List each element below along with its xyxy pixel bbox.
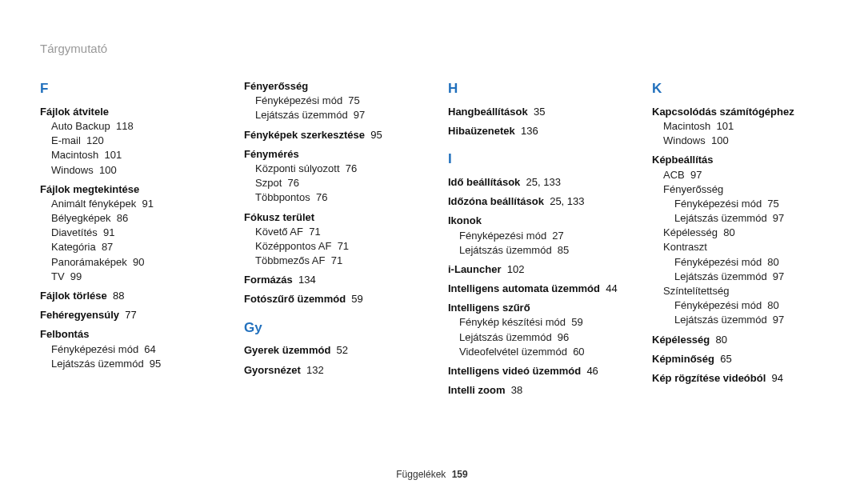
entry-head: Intelligens automata üzemmód 44 (448, 282, 620, 296)
entry-head: Fehéregyensúly 77 (40, 308, 212, 322)
entry-subgroup: Kontraszt Fényképezési mód 80 Lejátszás … (652, 240, 824, 284)
entry-sub: Diavetítés 91 (40, 226, 212, 240)
entry-subsub: Fényképezési mód 80 (663, 298, 824, 313)
entry-sub: Macintosh 101 (652, 119, 824, 134)
section-letter-I: I (448, 150, 620, 169)
entry-sub: Követő AF 71 (244, 225, 416, 239)
entry-head: Fájlok átvitele (40, 105, 212, 119)
entry-subgroup: Színtelítettség Fényképezési mód 80 Lejá… (652, 284, 824, 328)
entry-head: Fájlok törlése 88 (40, 289, 212, 303)
entry-head: Fókusz terület (244, 210, 416, 225)
entry-subgroup: Fényerősség Fényképezési mód 75 Lejátszá… (652, 182, 824, 226)
entry-subsub: Lejátszás üzemmód 97 (663, 313, 824, 327)
entry-sub: Fényképezési mód 75 (244, 94, 416, 108)
entry-head: Hangbeállítások 35 (448, 105, 620, 119)
entry-sub: Kategória 87 (40, 240, 212, 254)
entry-head: Gyerek üzemmód 52 (244, 343, 416, 358)
entry-sub: Lejátszás üzemmód 96 (448, 330, 620, 345)
column-1: F Fájlok átvitele Auto Backup 118 E-mail… (40, 79, 212, 398)
entry-head: Időzóna beállítások 25, 133 (448, 194, 620, 209)
entry-head: Gyorsnézet 132 (244, 363, 416, 378)
entry-head: Idő beállítások 25, 133 (448, 175, 620, 190)
footer-label: Függelékek (396, 469, 446, 480)
column-2: Fényerősség Fényképezési mód 75 Lejátszá… (244, 79, 416, 398)
entry-head: Képélesség 80 (652, 333, 824, 347)
entry-sub: Videofelvétel üzemmód 60 (448, 345, 620, 359)
entry-sub: Többmezős AF 71 (244, 254, 416, 268)
entry-head: Fényerősség (244, 79, 416, 94)
entry-sub: Központi súlyozott 76 (244, 162, 416, 176)
entry-sub: ACB 97 (652, 168, 824, 182)
entry-sub: Panorámaképek 90 (40, 255, 212, 270)
section-letter-Gy: Gy (244, 318, 416, 338)
entry-subsub: Fényképezési mód 75 (663, 197, 824, 211)
entry-subsub: Lejátszás üzemmód 97 (663, 211, 824, 226)
entry-head: Fénymérés (244, 147, 416, 162)
entry-head: Intelligens videó üzemmód 46 (448, 364, 620, 378)
entry-sub: Auto Backup 118 (40, 119, 212, 134)
entry-sub: Windows 100 (40, 163, 212, 178)
page-title: Tárgymutató (40, 40, 824, 57)
entry-head: Fényképek szerkesztése 95 (244, 128, 416, 142)
entry-head: Kapcsolódás számítógéphez (652, 105, 824, 119)
entry-head: i-Launcher 102 (448, 262, 620, 277)
page-footer: Függelékek 159 (0, 468, 864, 482)
entry-subhead: Fényerősség (663, 182, 824, 197)
entry-sub: Képélesség 80 (652, 226, 824, 240)
column-3: H Hangbeállítások 35 Hibaüzenetek 136 I … (448, 79, 620, 398)
entry-sub: Lejátszás üzemmód 95 (40, 357, 212, 371)
entry-head: Hibaüzenetek 136 (448, 124, 620, 138)
section-letter-K: K (652, 79, 824, 98)
entry-sub: Fénykép készítési mód 59 (448, 315, 620, 330)
column-4: K Kapcsolódás számítógéphez Macintosh 10… (652, 79, 824, 398)
entry-sub: Többpontos 76 (244, 190, 416, 205)
entry-sub: Középpontos AF 71 (244, 239, 416, 254)
entry-head: Kép rögzítése videóból 94 (652, 371, 824, 386)
entry-head: Fotószűrő üzemmód 59 (244, 292, 416, 306)
entry-sub: Windows 100 (652, 134, 824, 148)
section-letter-H: H (448, 79, 620, 98)
entry-sub: Szpot 76 (244, 176, 416, 190)
entry-head: Intelli zoom 38 (448, 383, 620, 398)
entry-subhead: Színtelítettség (663, 284, 824, 298)
section-letter-F: F (40, 79, 212, 98)
entry-sub: TV 99 (40, 270, 212, 284)
entry-subhead: Kontraszt (663, 240, 824, 254)
entry-head: Formázás 134 (244, 273, 416, 287)
entry-head: Felbontás (40, 327, 212, 342)
entry-sub: Lejátszás üzemmód 97 (244, 108, 416, 122)
index-columns: F Fájlok átvitele Auto Backup 118 E-mail… (40, 79, 824, 398)
entry-sub: E-mail 120 (40, 134, 212, 148)
index-page: Tárgymutató F Fájlok átvitele Auto Backu… (0, 0, 864, 504)
entry-head: Fájlok megtekintése (40, 182, 212, 197)
entry-head: Intelligens szűrő (448, 301, 620, 315)
entry-head: Képminőség 65 (652, 352, 824, 366)
entry-sub: Animált fényképek 91 (40, 197, 212, 211)
entry-subsub: Lejátszás üzemmód 97 (663, 270, 824, 284)
footer-page-number: 159 (452, 469, 468, 480)
entry-sub: Bélyegképek 86 (40, 211, 212, 226)
entry-head: Képbeállítás (652, 153, 824, 167)
entry-sub: Macintosh 101 (40, 148, 212, 162)
entry-sub: Fényképezési mód 27 (448, 229, 620, 243)
entry-sub: Lejátszás üzemmód 85 (448, 243, 620, 258)
entry-sub: Fényképezési mód 64 (40, 342, 212, 357)
entry-head: Ikonok (448, 214, 620, 228)
entry-subsub: Fényképezési mód 80 (663, 255, 824, 270)
